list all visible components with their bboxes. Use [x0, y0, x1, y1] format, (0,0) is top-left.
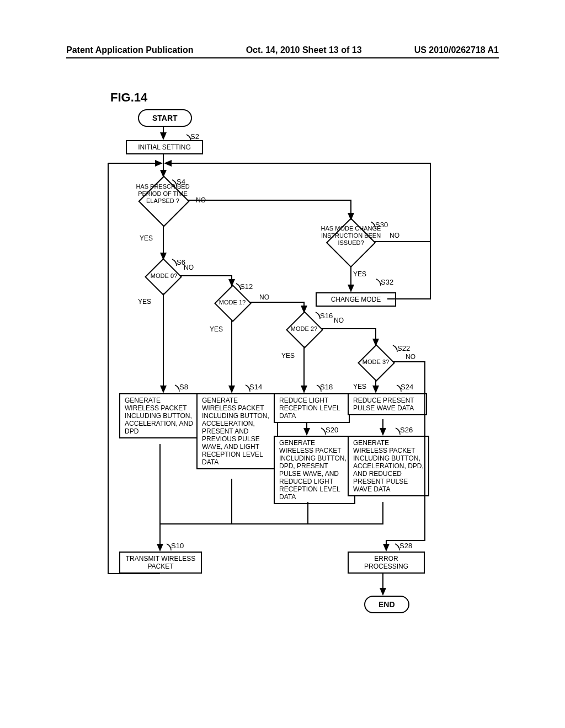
s6-no: NO [184, 264, 194, 271]
s32-process: CHANGE MODE [316, 292, 396, 307]
s16-yes: YES [281, 352, 295, 360]
s12-yes: YES [210, 325, 223, 333]
s18-process: REDUCE LIGHT RECEPTION LEVEL DATA [274, 393, 350, 423]
s16-no: NO [334, 317, 344, 324]
start-terminator: START [138, 109, 192, 127]
s14-process: GENERATE WIRELESS PACKET INCLUDING BUTTO… [196, 393, 278, 469]
s12-no: NO [259, 293, 269, 301]
connectors [0, 0, 565, 728]
s12-label: S12 [240, 282, 253, 291]
header-right: US 2010/0262718 A1 [414, 45, 499, 55]
s28-label: S28 [399, 542, 412, 550]
s18-label: S18 [320, 383, 333, 391]
s2-process: INITIAL SETTING [126, 140, 203, 154]
s20-process: GENERATE WIRELESS PACKET INCLUDING BUTTO… [274, 436, 355, 504]
s26-process: GENERATE WIRELESS PACKET INCLUDING BUTTO… [348, 436, 429, 496]
s10-label: S10 [171, 542, 184, 550]
s30-no: NO [390, 232, 399, 239]
s30-yes: YES [353, 270, 366, 278]
s30-decision [326, 218, 376, 268]
header-left: Patent Application Publication [66, 45, 194, 55]
s4-label: S4 [177, 178, 185, 186]
s6-yes: YES [138, 298, 151, 306]
s22-label: S22 [397, 344, 410, 352]
page-header: Patent Application Publication Oct. 14, … [0, 45, 565, 55]
s28-process: ERROR PROCESSING [348, 552, 425, 574]
header-rule [66, 57, 499, 58]
s24-label: S24 [401, 383, 413, 391]
s4-yes: YES [140, 234, 153, 242]
end-terminator: END [364, 596, 409, 613]
s26-label: S26 [400, 426, 413, 434]
s2-label: S2 [190, 132, 199, 141]
s22-decision [358, 344, 395, 382]
s22-yes: YES [353, 383, 366, 390]
s22-no: NO [406, 353, 415, 361]
s8-process: GENERATE WIRELESS PACKET INCLUDING BUTTO… [119, 393, 201, 438]
s20-label: S20 [326, 426, 338, 434]
header-center: Oct. 14, 2010 Sheet 13 of 13 [246, 45, 362, 55]
s30-label: S30 [375, 221, 388, 229]
s10-process: TRANSMIT WIRELESS PACKET [119, 552, 202, 574]
s16-decision [286, 311, 323, 349]
s4-no: NO [196, 196, 206, 204]
s24-process: REDUCE PRESENT PULSE WAVE DATA [348, 393, 427, 415]
s8-label: S8 [179, 383, 188, 391]
s16-label: S16 [320, 312, 333, 320]
s14-label: S14 [249, 383, 262, 391]
figure-label: FIG.14 [110, 90, 147, 105]
s32-label: S32 [381, 278, 393, 286]
